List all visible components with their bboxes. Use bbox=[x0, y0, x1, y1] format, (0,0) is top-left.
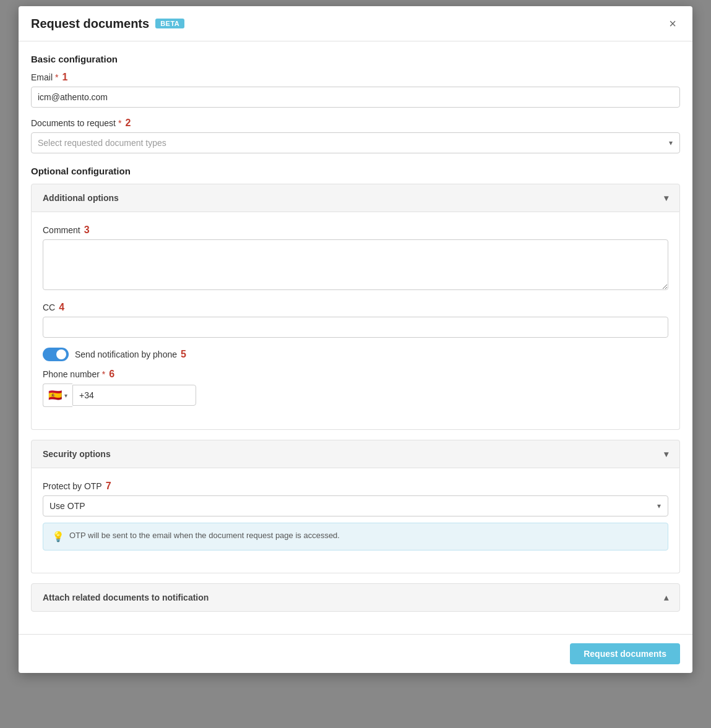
documents-required-star: * bbox=[118, 118, 121, 128]
request-documents-button[interactable]: Request documents bbox=[570, 643, 680, 664]
flag-emoji: 🇪🇸 bbox=[48, 388, 62, 402]
comment-step: 3 bbox=[84, 225, 90, 236]
phone-toggle-slider bbox=[43, 348, 69, 361]
otp-info-box: 💡 OTP will be sent to the email when the… bbox=[43, 523, 668, 550]
modal-title: Request documents bbox=[31, 17, 149, 31]
phone-number-step: 6 bbox=[109, 369, 114, 380]
documents-label-row: Documents to request * 2 bbox=[31, 118, 680, 129]
optional-config-title: Optional configuration bbox=[31, 166, 680, 176]
comment-label: Comment bbox=[43, 225, 80, 235]
request-documents-modal: Request documents BETA × Basic configura… bbox=[19, 6, 692, 673]
phone-toggle[interactable] bbox=[43, 348, 69, 361]
modal-header: Request documents BETA × bbox=[19, 6, 692, 41]
email-field-group: Email * 1 bbox=[31, 72, 680, 108]
otp-label: Protect by OTP bbox=[43, 481, 102, 491]
security-options-header[interactable]: Security options ▾ bbox=[31, 440, 680, 468]
cc-step: 4 bbox=[59, 302, 64, 313]
cc-label: CC bbox=[43, 302, 55, 312]
modal-footer: Request documents bbox=[19, 634, 692, 673]
phone-number-label-row: Phone number * 6 bbox=[43, 369, 668, 380]
additional-options-chevron-icon: ▾ bbox=[664, 193, 668, 203]
documents-label: Documents to request bbox=[31, 118, 116, 128]
otp-select-wrapper: Use OTP ▾ bbox=[43, 495, 668, 516]
additional-options-block: Additional options ▾ Comment 3 CC 4 bbox=[31, 184, 680, 430]
additional-options-header[interactable]: Additional options ▾ bbox=[31, 184, 680, 212]
title-group: Request documents BETA bbox=[31, 17, 184, 31]
additional-options-label: Additional options bbox=[43, 193, 119, 203]
email-label: Email bbox=[31, 72, 53, 82]
flag-chevron-icon: ▾ bbox=[64, 392, 67, 399]
attach-docs-block: Attach related documents to notification… bbox=[31, 583, 680, 612]
email-step: 1 bbox=[62, 72, 67, 83]
security-options-chevron-icon: ▾ bbox=[664, 449, 668, 459]
phone-toggle-label: Send notification by phone 5 bbox=[75, 349, 186, 360]
documents-field-group: Documents to request * 2 Select requeste… bbox=[31, 118, 680, 153]
phone-number-required-star: * bbox=[102, 369, 105, 379]
security-options-label: Security options bbox=[43, 449, 111, 459]
phone-number-field-group: Phone number * 6 🇪🇸 ▾ bbox=[43, 369, 668, 407]
security-options-content: Protect by OTP 7 Use OTP ▾ 💡 OTP will be… bbox=[31, 468, 680, 573]
documents-select-wrapper: Select requested document types ▾ bbox=[31, 132, 680, 153]
comment-textarea[interactable] bbox=[43, 239, 668, 290]
additional-options-content: Comment 3 CC 4 bbox=[31, 212, 680, 430]
documents-select[interactable]: Select requested document types bbox=[31, 132, 680, 153]
otp-label-row: Protect by OTP 7 bbox=[43, 481, 668, 492]
comment-field-group: Comment 3 bbox=[43, 225, 668, 292]
comment-label-row: Comment 3 bbox=[43, 225, 668, 236]
email-required-star: * bbox=[55, 72, 58, 82]
attach-docs-label: Attach related documents to notification bbox=[43, 593, 209, 602]
phone-input-row: 🇪🇸 ▾ bbox=[43, 383, 668, 407]
security-options-block: Security options ▾ Protect by OTP 7 Use … bbox=[31, 440, 680, 573]
attach-docs-chevron-icon: ▴ bbox=[664, 593, 668, 602]
cc-label-row: CC 4 bbox=[43, 302, 668, 313]
phone-number-label: Phone number bbox=[43, 369, 100, 379]
attach-docs-header[interactable]: Attach related documents to notification… bbox=[31, 583, 680, 612]
documents-step: 2 bbox=[125, 118, 131, 129]
email-label-row: Email * 1 bbox=[31, 72, 680, 83]
phone-number-input[interactable] bbox=[72, 385, 196, 406]
close-button[interactable]: × bbox=[665, 16, 680, 31]
phone-toggle-row: Send notification by phone 5 bbox=[43, 348, 668, 361]
phone-toggle-step: 5 bbox=[181, 349, 186, 359]
otp-info-icon: 💡 bbox=[52, 531, 64, 542]
otp-info-text: OTP will be sent to the email when the d… bbox=[69, 531, 340, 540]
otp-field-group: Protect by OTP 7 Use OTP ▾ 💡 OTP will be… bbox=[43, 481, 668, 550]
cc-field-group: CC 4 bbox=[43, 302, 668, 338]
otp-select[interactable]: Use OTP bbox=[43, 495, 668, 516]
beta-badge: BETA bbox=[155, 19, 184, 28]
cc-input[interactable] bbox=[43, 317, 668, 338]
modal-body: Basic configuration Email * 1 Documents … bbox=[19, 41, 692, 634]
email-input[interactable] bbox=[31, 87, 680, 108]
basic-config-title: Basic configuration bbox=[31, 54, 680, 64]
otp-step: 7 bbox=[106, 481, 111, 492]
flag-select[interactable]: 🇪🇸 ▾ bbox=[43, 383, 72, 407]
